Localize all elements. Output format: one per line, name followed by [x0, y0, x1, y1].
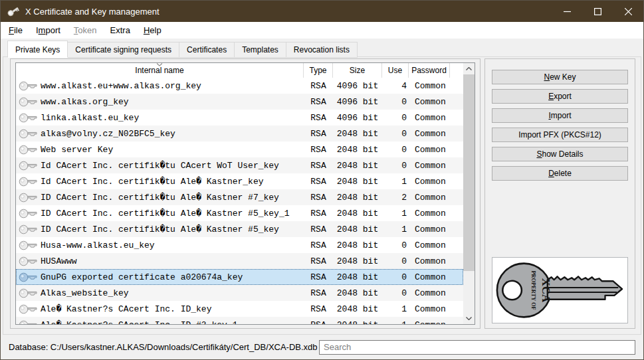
column-header-internal-name[interactable]: Internal name — [16, 63, 304, 78]
cell-type: RSA — [304, 81, 333, 91]
tab-pane: Internal nameTypeSizeUsePassword www.alk… — [3, 56, 641, 335]
menu-file[interactable]: File — [2, 23, 29, 37]
cell-size: 4096 bit — [333, 113, 382, 123]
key-icon — [19, 304, 37, 314]
cell-type: RSA — [304, 272, 333, 282]
xca-logo-key: PROPERTY OF XCA — [492, 259, 627, 321]
cell-password: Common — [409, 193, 463, 203]
cell-type: RSA — [304, 304, 333, 314]
tab-private-keys[interactable]: Private Keys — [7, 41, 68, 58]
column-header-filler — [450, 63, 463, 78]
key-icon — [19, 240, 37, 250]
sort-descending-icon — [157, 63, 163, 66]
cell-internal-name: www.alkas.org_key — [16, 97, 304, 107]
menu-extra[interactable]: Extra — [104, 23, 137, 37]
table-row[interactable]: www.alkas.org_keyRSA4096 bit0Common — [16, 94, 463, 110]
cell-internal-name: ID CAcert Inc. certifik�tu Ale� Kastner … — [16, 208, 304, 219]
cell-internal-name: alkas@volny.cz_N02BFC5_key — [16, 129, 304, 139]
cell-type: RSA — [304, 225, 333, 234]
vertical-scrollbar[interactable] — [463, 63, 475, 324]
cell-password: Common — [409, 129, 463, 139]
action-buttons: New KeyExportImportImport PFX (PKCS#12)S… — [492, 70, 628, 181]
column-header-password[interactable]: Password — [409, 63, 450, 78]
table-row[interactable]: ID CAcert Inc. certifik�tu Ale� Kastner … — [16, 221, 463, 237]
minimize-button[interactable] — [552, 1, 582, 22]
close-button[interactable] — [613, 1, 643, 22]
menu-import[interactable]: Import — [29, 23, 67, 37]
column-header-use[interactable]: Use — [382, 63, 409, 78]
delete-button[interactable]: Delete — [492, 166, 628, 181]
search-input[interactable] — [319, 340, 635, 355]
cell-use: 2 — [382, 193, 409, 203]
new-key-button[interactable]: New Key — [492, 70, 628, 84]
cell-password: Common — [409, 145, 463, 155]
cell-size: 2048 bit — [333, 272, 382, 282]
scroll-down-icon[interactable] — [463, 313, 475, 324]
cell-internal-name: www.alkast.eu+www.alkas.org_key — [16, 81, 304, 91]
import-pfx-pkcs-12--button[interactable]: Import PFX (PKCS#12) — [492, 128, 628, 142]
table-row[interactable]: Id CAcert Inc. certifik�tu CAcert WoT Us… — [16, 157, 463, 173]
svg-text:XCA: XCA — [540, 278, 552, 302]
cell-use: 4 — [382, 81, 409, 91]
table-row[interactable]: ID CAcert Inc. certifik�tu Ale� Kastner … — [16, 189, 463, 205]
table-row[interactable]: ID CAcert Inc. certifik�tu Ale� Kastner … — [16, 205, 463, 221]
cell-internal-name: ID CAcert Inc. certifik�tu Ale� Kastner … — [16, 192, 304, 203]
cell-size: 2048 bit — [333, 209, 382, 219]
cell-size: 2048 bit — [333, 145, 382, 155]
cell-password: Common — [409, 161, 463, 171]
menu-help[interactable]: Help — [137, 23, 168, 37]
table-row[interactable]: Web server KeyRSA2048 bit0Common — [16, 141, 463, 157]
cell-password: Common — [409, 288, 463, 298]
cell-use: 0 — [382, 113, 409, 123]
table-row[interactable]: linka.alkast.eu_keyRSA4096 bit0Common — [16, 110, 463, 126]
table-row[interactable]: GnuPG exported certificate a020674a_keyR… — [16, 269, 463, 285]
app-window: X Certificate and Key management FileImp… — [0, 0, 644, 360]
scroll-up-icon[interactable] — [463, 63, 475, 74]
cell-internal-name: Alkas_website_key — [16, 288, 304, 298]
table-row[interactable]: Ale� Kastner?s CAcert Inc. ID_keyRSA2048… — [16, 301, 463, 317]
menu-token[interactable]: Token — [67, 23, 104, 37]
key-icon — [19, 193, 37, 203]
table-row[interactable]: alkas@volny.cz_N02BFC5_keyRSA2048 bit0Co… — [16, 126, 463, 141]
cell-use: 1 — [382, 177, 409, 187]
cell-type: RSA — [304, 145, 333, 155]
tab-certificate-signing-requests[interactable]: Certificate signing requests — [68, 42, 179, 58]
cell-password: Common — [409, 81, 463, 91]
key-icon — [19, 97, 37, 107]
cell-use: 1 — [382, 209, 409, 219]
tab-revocation-lists[interactable]: Revocation lists — [286, 42, 358, 58]
cell-password: Common — [409, 240, 463, 250]
table-row[interactable]: Alkas_website_keyRSA2048 bit0Common — [16, 285, 463, 301]
table-row[interactable]: Ale� Kastner?s CAcert Inc. ID #3_key_1RS… — [16, 317, 463, 324]
key-icon — [19, 177, 37, 187]
cell-password: Common — [409, 320, 463, 325]
maximize-button[interactable] — [582, 1, 613, 22]
table-header: Internal nameTypeSizeUsePassword — [16, 63, 463, 78]
table-row[interactable]: HUSAwwwRSA2048 bit0Common — [16, 253, 463, 269]
tab-templates[interactable]: Templates — [235, 42, 286, 58]
table-row[interactable]: www.alkast.eu+www.alkas.org_keyRSA4096 b… — [16, 78, 463, 94]
import-button[interactable]: Import — [492, 108, 628, 123]
tab-certificates[interactable]: Certificates — [179, 42, 235, 58]
cell-type: RSA — [304, 161, 333, 171]
cell-use: 0 — [382, 97, 409, 107]
scrollbar-thumb[interactable] — [463, 74, 475, 271]
cell-password: Common — [409, 272, 463, 282]
cell-size: 2048 bit — [333, 161, 382, 171]
column-header-size[interactable]: Size — [333, 63, 382, 78]
export-button[interactable]: Export — [492, 89, 628, 104]
table-row[interactable]: Id CAcert Inc. certifik�tu Ale� Kastner_… — [16, 173, 463, 189]
cell-size: 2048 bit — [333, 240, 382, 250]
cell-size: 2048 bit — [333, 288, 382, 298]
cell-use: 0 — [382, 256, 409, 266]
column-header-type[interactable]: Type — [304, 63, 333, 78]
table-row[interactable]: Husa-www.alkast.eu_keyRSA2048 bit0Common — [16, 237, 463, 253]
key-icon — [19, 113, 37, 123]
xca-logo-box: PROPERTY OF XCA — [492, 257, 628, 323]
cell-password: Common — [409, 113, 463, 123]
key-icon — [19, 256, 37, 266]
cell-type: RSA — [304, 193, 333, 203]
cell-internal-name: Id CAcert Inc. certifik�tu CAcert WoT Us… — [16, 160, 304, 171]
show-details-button[interactable]: Show Details — [492, 147, 628, 161]
svg-text:PROPERTY OF: PROPERTY OF — [530, 270, 536, 310]
